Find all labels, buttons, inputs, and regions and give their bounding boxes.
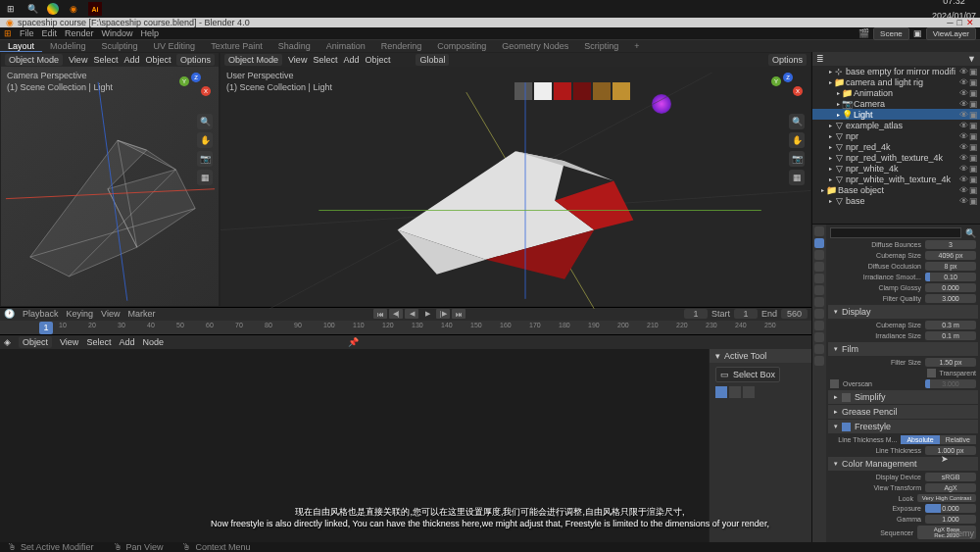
ng-node[interactable]: Node (142, 337, 164, 347)
diffuse-bounces[interactable]: 3 (925, 240, 976, 249)
play-reverse-button[interactable]: ◀ (405, 309, 418, 319)
current-frame[interactable]: 1 (684, 309, 708, 319)
look[interactable]: Very High Contrast (917, 494, 976, 502)
tl-playback[interactable]: Playback (23, 309, 59, 319)
outliner-item[interactable]: ▸ ⊹ base empty for mirror modifi 👁▣ (812, 66, 980, 76)
filter-quality[interactable]: 3.000 (925, 294, 976, 303)
tl-keying[interactable]: Keying (67, 309, 94, 319)
tab-layout[interactable]: Layout (0, 41, 42, 52)
thickness-relative[interactable]: Relative (940, 435, 976, 444)
freestyle-checkbox[interactable] (842, 423, 851, 431)
tab-scene[interactable] (814, 262, 824, 272)
ng-icon[interactable]: ◈ (4, 337, 11, 347)
cubemap-size-2[interactable]: 0.3 m (925, 321, 976, 329)
playhead[interactable]: 1 (39, 322, 53, 334)
pin-icon[interactable]: 📌 (348, 337, 359, 347)
overscan-checkbox[interactable] (830, 379, 839, 388)
chrome-icon[interactable] (47, 3, 59, 15)
tab-compositing[interactable]: Compositing (429, 41, 494, 51)
tab-material[interactable] (814, 356, 824, 366)
minimize-button[interactable]: ─ (947, 18, 953, 27)
viewlayer-name[interactable]: ViewLayer (926, 27, 976, 40)
maximize-button[interactable]: □ (957, 18, 962, 27)
ng-select[interactable]: Select (86, 337, 111, 347)
select-mode-3[interactable] (743, 386, 755, 398)
transparent-checkbox[interactable] (927, 369, 936, 377)
diffuse-occlusion[interactable]: 8 px (925, 262, 976, 271)
outliner-item[interactable]: ▸ ▽ base 👁▣ (812, 195, 980, 206)
tab-uvediting[interactable]: UV Editing (146, 41, 204, 51)
outliner-item[interactable]: ▸ ▽ npr_red_with_texture_4k 👁▣ (812, 152, 980, 163)
blender-menu-icon[interactable]: ⊞ (4, 28, 12, 38)
irradiance-smooth[interactable]: 0.10 (925, 273, 976, 281)
timeline-ruler[interactable]: 1 10203040506070809010011012013014015016… (0, 321, 811, 334)
cubemap-size[interactable]: 4096 px (925, 251, 976, 260)
outliner-item[interactable]: ▸ 📁 Base object 👁▣ (812, 184, 980, 195)
end-frame[interactable]: 560 (781, 309, 808, 319)
outliner-item[interactable]: ▸ ▽ npr_red_4k 👁▣ (812, 141, 980, 152)
viewport-user[interactable]: Object Mode View Select Add Object Globa… (220, 52, 811, 307)
exposure[interactable]: 0.000 (925, 504, 976, 513)
menu-window[interactable]: Window (102, 28, 133, 38)
tab-animation[interactable]: Animation (318, 41, 373, 51)
viewport-camera[interactable]: Object Mode View Select Add Object Optio… (0, 52, 220, 307)
keyframe-prev-button[interactable]: ◀| (389, 309, 403, 319)
tl-view[interactable]: View (101, 309, 120, 319)
tab-output[interactable] (814, 238, 824, 248)
play-button[interactable]: ▶ (420, 309, 434, 319)
blender-icon[interactable]: ◉ (67, 2, 80, 16)
tab-data[interactable] (814, 344, 824, 354)
close-button[interactable]: ✕ (966, 18, 974, 27)
irradiance-size[interactable]: 0.1 m (925, 331, 976, 340)
gamma[interactable]: 1.000 (925, 515, 976, 524)
tab-constraint[interactable] (814, 332, 824, 342)
overscan[interactable]: 3.000 (925, 379, 976, 388)
section-simplify[interactable]: ▸Simplify (828, 390, 978, 404)
outliner-item[interactable]: ▸ ▽ npr_white_with_texture_4k 👁▣ (812, 174, 980, 184)
filter-icon[interactable]: ▼ (967, 54, 976, 64)
tab-particle[interactable] (814, 309, 824, 319)
scene-name[interactable]: Scene (873, 27, 909, 40)
tab-render[interactable] (814, 226, 824, 236)
tab-sculpting[interactable]: Sculpting (94, 41, 146, 51)
section-freestyle[interactable]: ▾Freestyle (828, 420, 978, 433)
start-button[interactable]: ⊞ (4, 2, 18, 16)
menu-render[interactable]: Render (65, 28, 94, 38)
tab-modifier[interactable] (814, 297, 824, 307)
outliner-icon[interactable]: ≣ (816, 54, 824, 64)
clamp-glossy[interactable]: 0.000 (925, 283, 976, 292)
view-transform[interactable]: AgX (925, 483, 976, 492)
outliner-item[interactable]: ▸ 📁 camera and light rig 👁▣ (812, 76, 980, 87)
tab-object[interactable] (814, 285, 824, 295)
tab-physics[interactable] (814, 321, 824, 330)
tl-marker[interactable]: Marker (127, 309, 155, 319)
line-thickness[interactable]: 1.000 px (925, 446, 976, 455)
ng-view[interactable]: View (60, 337, 78, 347)
outliner-item[interactable]: ▸ ▽ example_atlas 👁▣ (812, 120, 980, 130)
tab-add[interactable]: + (626, 41, 647, 51)
menu-file[interactable]: File (20, 28, 34, 38)
ng-add[interactable]: Add (119, 337, 134, 347)
properties-search[interactable] (830, 227, 961, 238)
ng-object[interactable]: Object (19, 336, 52, 348)
tab-shading[interactable]: Shading (270, 41, 318, 51)
tab-texturepaint[interactable]: Texture Paint (203, 41, 270, 51)
outliner-item[interactable]: ▸ 📷 Camera 👁▣ (812, 98, 980, 109)
thickness-absolute[interactable]: Absolute (901, 435, 939, 444)
timeline-icon[interactable]: 🕐 (4, 309, 15, 319)
outliner-item[interactable]: ▸ 📁 Animation 👁▣ (812, 87, 980, 98)
section-colormgmt[interactable]: ▾Color Management (828, 457, 978, 471)
illustrator-icon[interactable]: Ai (88, 2, 102, 16)
tab-rendering[interactable]: Rendering (373, 41, 430, 51)
select-mode-2[interactable] (729, 386, 741, 398)
keyframe-next-button[interactable]: |▶ (436, 309, 450, 319)
display-device[interactable]: sRGB (925, 473, 976, 481)
menu-help[interactable]: Help (141, 28, 160, 38)
search-icon[interactable]: 🔍 (25, 2, 39, 16)
filter-size[interactable]: 1.50 px (925, 358, 976, 367)
tab-modeling[interactable]: Modeling (42, 41, 94, 51)
menu-edit[interactable]: Edit (42, 28, 58, 38)
tab-viewlayer[interactable] (814, 250, 824, 260)
tab-world[interactable] (814, 274, 824, 283)
active-tool-panel[interactable]: ▾Active Tool (710, 349, 811, 363)
